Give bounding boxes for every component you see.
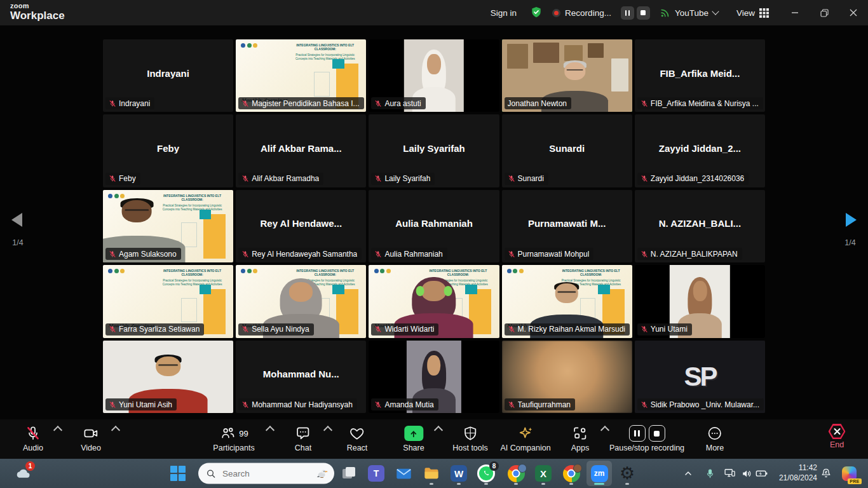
task-view-icon[interactable]	[336, 461, 362, 486]
restore-button[interactable]	[810, 0, 839, 25]
participant-name-text: Mohammad Nur Hadiyansyah	[252, 400, 353, 409]
participant-tile[interactable]: INTEGRATING LINGUISTICS INTO ELT CLASSRO…	[502, 265, 632, 337]
participant-tile[interactable]: Alif Akbar Rama...Alif Akbar Ramadha	[236, 114, 366, 187]
participant-tile[interactable]: INTEGRATING LINGUISTICS INTO ELT CLASSRO…	[236, 39, 366, 112]
share-button[interactable]: Share	[403, 424, 424, 452]
running-indicator	[457, 483, 461, 485]
participant-name-label: N. AZIZAH_BALIKPAPAN	[637, 248, 742, 260]
more-button[interactable]: More	[706, 424, 724, 452]
close-button[interactable]	[839, 0, 868, 25]
excel-icon[interactable]: X	[531, 461, 556, 486]
whatsapp-icon[interactable]: 8	[473, 461, 499, 486]
participant-name-text: Taufiqurrahman	[518, 400, 571, 409]
chat-button[interactable]: Chat	[295, 424, 311, 452]
end-meeting-button[interactable]: End	[829, 424, 846, 449]
mail-icon[interactable]	[391, 461, 416, 486]
start-button[interactable]	[165, 461, 191, 486]
muted-mic-icon	[641, 100, 648, 107]
participant-display-name: Feby	[103, 143, 233, 154]
participant-tile[interactable]: Rey Al Hendawe...Rey Al Hendaweyah Saman…	[236, 190, 366, 262]
chevron-up-icon[interactable]	[53, 426, 62, 435]
ai-companion-button[interactable]: AI Companion	[500, 424, 550, 452]
tray-overflow-chevron[interactable]	[679, 461, 698, 486]
tray-microphone-icon[interactable]	[700, 461, 719, 486]
chevron-up-icon[interactable]	[266, 426, 275, 435]
head-shape	[156, 356, 180, 377]
participant-tile[interactable]: Jonathan Newton	[502, 39, 632, 112]
participant-tile[interactable]: Aulia RahmaniahAulia Rahmaniah	[369, 190, 499, 262]
stop-recording-button[interactable]	[637, 6, 650, 20]
participant-tile[interactable]: FIB_Arfika Meid...FIB_Arfika Meidina & N…	[635, 39, 765, 112]
participant-tile[interactable]: Zayyid Jiddan_2...Zayyid Jiddan_23140260…	[635, 114, 765, 187]
previous-page-button[interactable]	[11, 213, 22, 227]
live-stream-indicator[interactable]: YouTube	[660, 8, 718, 18]
chevron-down-icon[interactable]	[712, 8, 719, 15]
pause-stop-recording-button[interactable]: Pause/stop recording	[609, 424, 684, 452]
chevron-up-icon[interactable]	[434, 426, 443, 435]
participant-name-label: Yuni Utami	[637, 323, 692, 336]
slide-outline-shape	[314, 72, 330, 97]
participant-tile[interactable]: Yuni Utami Asih	[103, 341, 233, 413]
view-label[interactable]: View	[736, 8, 755, 18]
participant-tile[interactable]: Yuni Utami	[635, 265, 765, 337]
participant-tile[interactable]: Taufiqurrahman	[502, 341, 632, 413]
host-tools-button[interactable]: Host tools	[452, 424, 488, 452]
audio-button[interactable]: Audio	[23, 424, 43, 452]
muted-mic-icon	[241, 100, 249, 107]
video-button[interactable]: Video	[81, 424, 101, 452]
chrome-icon[interactable]	[503, 461, 529, 486]
slide-logo-dot	[114, 269, 119, 273]
participant-tile[interactable]: Amanda Mutia	[369, 341, 499, 413]
pause-recording-icon[interactable]	[628, 425, 645, 442]
participant-tile[interactable]: Purnamawati M...Purnamawati Mohpul	[502, 190, 632, 262]
search-input[interactable]	[221, 468, 310, 479]
focus-assist-bell-icon[interactable]	[817, 461, 835, 486]
minimize-button[interactable]	[780, 0, 810, 25]
chevron-up-icon[interactable]	[600, 426, 609, 435]
slide-logos	[241, 269, 257, 273]
word-icon[interactable]: W	[446, 461, 471, 486]
participant-tile[interactable]: SunardiSunardi	[502, 114, 632, 187]
react-button[interactable]: React	[347, 424, 368, 452]
participant-tile[interactable]: INTEGRATING LINGUISTICS INTO ELT CLASSRO…	[103, 265, 233, 337]
participant-tile[interactable]: INTEGRATING LINGUISTICS INTO ELT CLASSRO…	[103, 190, 233, 262]
participant-display-name: Laily Syarifah	[369, 143, 499, 154]
next-page-button[interactable]	[846, 213, 857, 227]
copilot-icon[interactable]: PRE	[836, 461, 862, 486]
taskbar-clock[interactable]: 11:42 21/08/2024	[769, 463, 817, 483]
stop-recording-icon[interactable]	[648, 425, 665, 442]
youtube-label[interactable]: YouTube	[675, 8, 709, 18]
tray-cast-display-icon[interactable]	[721, 461, 740, 486]
participant-tile[interactable]: Aura astuti	[369, 39, 499, 112]
toolbar-item-label: Pause/stop recording	[609, 444, 684, 452]
sign-in-link[interactable]: Sign in	[491, 8, 517, 18]
view-button[interactable]: View	[736, 8, 769, 18]
teams-icon[interactable]: T	[363, 461, 389, 486]
participant-tile[interactable]: INTEGRATING LINGUISTICS INTO ELT CLASSRO…	[236, 265, 366, 337]
participant-tile[interactable]: Mohammad Nu...Mohammad Nur Hadiyansyah	[236, 341, 366, 413]
taskbar-search[interactable]	[198, 463, 334, 484]
toolbar-item-label: Participants	[213, 444, 254, 452]
participants-button[interactable]: 99Participants	[213, 424, 254, 452]
zoom-app-icon[interactable]: zm	[587, 461, 612, 486]
chrome-profile-icon[interactable]	[559, 461, 584, 486]
chevron-up-icon[interactable]	[111, 426, 120, 435]
participant-tile[interactable]: INTEGRATING LINGUISTICS INTO ELT CLASSRO…	[369, 265, 499, 337]
participant-display-name: Zayyid Jiddan_2...	[635, 143, 765, 154]
onedrive-cloud-icon[interactable]: 1	[10, 461, 35, 486]
file-explorer-icon[interactable]	[419, 461, 444, 486]
participant-tile[interactable]: IndrayaniIndrayani	[103, 39, 233, 112]
participant-name-text: Alif Akbar Ramadha	[252, 174, 319, 183]
tray-battery-icon[interactable]	[753, 461, 771, 486]
participant-tile[interactable]: N. AZIZAH_BALI...N. AZIZAH_BALIKPAPAN	[635, 190, 765, 262]
settings-icon[interactable]: ⚙	[614, 461, 640, 486]
chevron-up-icon[interactable]	[323, 426, 332, 435]
apps-button[interactable]: Apps	[571, 424, 590, 452]
encryption-shield-icon[interactable]	[530, 6, 543, 20]
camera-icon	[83, 424, 99, 443]
head-shape	[422, 281, 447, 301]
participant-tile[interactable]: SPSidik Prabowo _Univ. Mulawar...	[635, 341, 765, 413]
pause-recording-button[interactable]	[621, 6, 634, 20]
participant-tile[interactable]: FebyFeby	[103, 114, 233, 187]
participant-tile[interactable]: Laily SyarifahLaily Syarifah	[369, 114, 499, 187]
